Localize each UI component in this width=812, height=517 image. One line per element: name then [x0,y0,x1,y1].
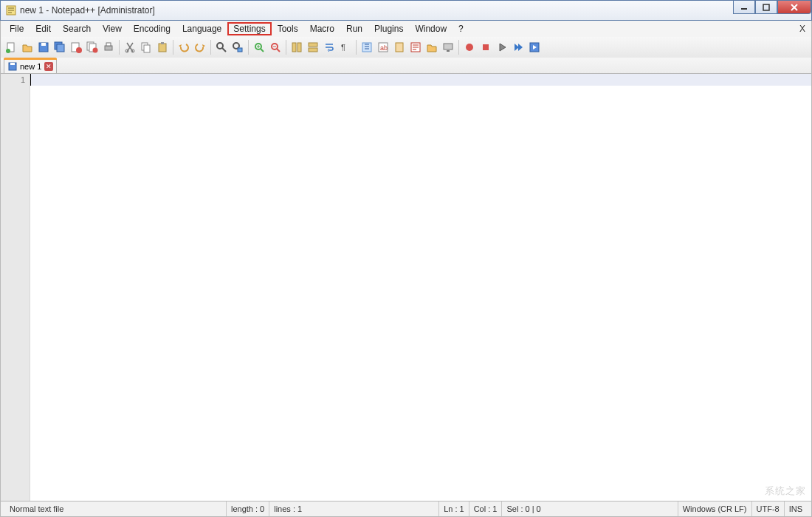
toolbar-separator [210,40,211,55]
doc-map-icon[interactable] [392,40,407,55]
menu-settings[interactable]: Settings [227,22,271,35]
monitor-icon[interactable] [441,40,455,55]
status-ln: Ln : 1 [438,501,469,516]
menu-tools[interactable]: Tools [272,22,304,35]
menu-edit[interactable]: Edit [30,22,57,35]
all-chars-icon[interactable]: ¶ [338,40,353,55]
wrap-icon[interactable] [322,40,337,55]
svg-rect-2 [763,4,769,10]
stop-macro-icon[interactable] [478,40,493,55]
play-multi-icon[interactable] [511,40,526,55]
menu-window[interactable]: Window [409,22,453,35]
print-icon[interactable] [101,40,116,55]
svg-point-42 [466,44,473,51]
tab-new-1[interactable]: new 1 ✕ [4,58,57,73]
line-gutter: 1 [1,74,30,501]
close-all-icon[interactable] [85,40,100,55]
svg-rect-38 [396,43,403,52]
statusbar: Normal text file length : 0 lines : 1 Ln… [0,501,812,517]
paste-icon[interactable] [155,40,170,55]
svg-rect-31 [297,43,301,52]
status-sel: Sel : 0 | 0 [501,501,545,516]
record-macro-icon[interactable] [462,40,477,55]
close-window-button[interactable] [777,1,811,14]
open-icon[interactable] [20,40,35,55]
menu-search[interactable]: Search [57,22,97,35]
svg-rect-15 [106,43,111,46]
indent-guide-icon[interactable] [359,40,374,55]
undo-icon[interactable] [176,40,191,55]
save-macro-icon[interactable] [527,40,542,55]
svg-rect-30 [292,43,296,52]
svg-rect-46 [10,63,15,65]
status-encoding: UTF-8 [751,501,784,516]
tab-save-icon [7,61,18,72]
svg-point-10 [76,47,82,53]
svg-rect-33 [309,48,317,52]
status-lines: lines : 1 [269,501,306,516]
window-controls [733,1,811,16]
svg-rect-32 [309,43,317,47]
svg-line-27 [261,49,264,52]
save-icon[interactable] [36,40,51,55]
sync-v-icon[interactable] [289,40,304,55]
current-line-highlight [30,74,811,86]
tab-label: new 1 [20,62,41,71]
folder-icon[interactable] [424,40,439,55]
close-doc-button[interactable]: X [799,24,805,34]
toolbar-separator [286,40,286,55]
titlebar: new 1 - Notepad++ [Administrator] [0,0,812,21]
menu-view[interactable]: View [97,22,128,35]
tab-close-icon[interactable]: ✕ [44,62,53,71]
svg-text:¶: ¶ [341,43,345,52]
copy-icon[interactable] [139,40,154,55]
sync-h-icon[interactable] [306,40,320,55]
menu-language[interactable]: Language [176,22,227,35]
func-list-icon[interactable] [408,40,423,55]
redo-icon[interactable] [193,40,207,55]
text-editor[interactable] [30,74,811,501]
lang-icon[interactable]: ab [376,40,390,55]
toolbar-separator [173,40,173,55]
toolbar-separator [458,40,459,55]
text-caret [30,74,31,86]
find-icon[interactable] [214,40,229,55]
status-insert: INS [784,501,807,516]
svg-line-29 [277,49,280,52]
svg-rect-14 [105,46,112,50]
maximize-button[interactable] [755,1,777,14]
close-file-icon[interactable] [69,40,83,55]
svg-rect-40 [444,44,453,49]
menu-plugins[interactable]: Plugins [368,22,409,35]
svg-point-13 [93,48,98,53]
zoom-out-icon[interactable] [268,40,283,55]
cut-icon[interactable] [123,40,137,55]
zoom-in-icon[interactable] [252,40,266,55]
menu-run[interactable]: Run [340,22,368,35]
menu-encoding[interactable]: Encoding [128,22,176,35]
save-all-icon[interactable] [52,40,67,55]
status-filetype: Normal text file [5,501,94,516]
editor-area: 1 [0,74,812,501]
replace-icon[interactable] [230,40,245,55]
minimize-button[interactable] [733,1,755,14]
menu-help[interactable]: ? [453,22,469,35]
menu-file[interactable]: File [4,22,30,35]
svg-rect-6 [41,43,46,46]
menubar: File Edit Search View Encoding Language … [0,21,812,37]
svg-point-4 [6,49,10,53]
menu-macro[interactable]: Macro [304,22,340,35]
status-eol: Windows (CR LF) [678,501,751,516]
play-macro-icon[interactable] [495,40,509,55]
line-number: 1 [1,75,25,84]
toolbar: ¶ ab [0,37,812,58]
toolbar-separator [248,40,249,55]
status-length: length : 0 [226,501,269,516]
svg-rect-25 [238,48,242,52]
new-file-icon[interactable] [4,40,18,55]
svg-rect-8 [57,44,64,52]
svg-rect-19 [144,45,150,52]
svg-rect-21 [161,42,164,44]
app-icon [5,4,17,16]
window-title: new 1 - Notepad++ [Administrator] [20,5,155,16]
